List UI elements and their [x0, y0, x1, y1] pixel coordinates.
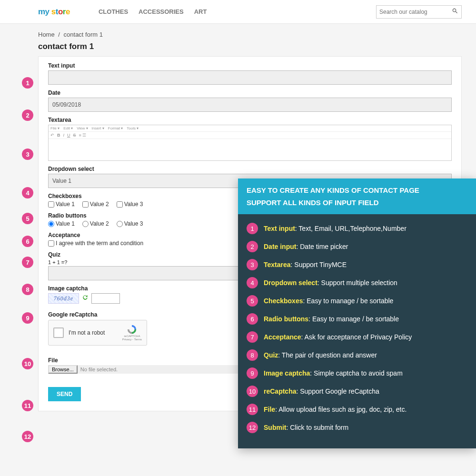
search-icon[interactable]	[452, 8, 458, 16]
annotation-pin-7: 7	[22, 257, 33, 268]
label-text-input: Text input	[48, 62, 452, 69]
annotation-pin-12: 12	[22, 431, 33, 442]
annotation-pin-11: 11	[22, 400, 33, 411]
breadcrumb-current: contact form 1	[64, 31, 103, 38]
annotation-pin-1: 1	[22, 77, 33, 89]
overlay-row: 7Acceptance: Ask for acceptance of Priva…	[247, 331, 467, 343]
overlay-num: 9	[247, 367, 258, 379]
annotation-pin-4: 4	[22, 187, 33, 198]
overlay-row: 12Submit: Click to submit form	[247, 422, 467, 433]
label-date: Date	[48, 89, 452, 96]
recaptcha-logo: reCAPTCHAPrivacy - Terms	[122, 324, 142, 341]
overlay-num: 7	[247, 331, 258, 343]
send-button[interactable]: SEND	[48, 387, 81, 401]
breadcrumb-home[interactable]: Home	[38, 31, 55, 38]
logo[interactable]: my store	[38, 7, 70, 17]
annotation-pin-10: 10	[22, 358, 33, 369]
overlay-num: 12	[247, 422, 258, 433]
radio-2[interactable]: Value 2	[82, 220, 109, 227]
overlay-row: 5Checkboxes: Easy to manage / be sortabl…	[247, 295, 467, 307]
overlay-num: 6	[247, 313, 258, 325]
recaptcha-checkbox[interactable]	[53, 327, 64, 338]
breadcrumb: Home / contact form 1	[0, 24, 476, 42]
overlay-num: 5	[247, 295, 258, 307]
nav-art[interactable]: ART	[194, 8, 207, 15]
page-title: contact form 1	[0, 42, 476, 56]
annotation-pin-6: 6	[22, 236, 33, 247]
overlay-row: 3Textarea: Support TinyMCE	[247, 259, 467, 270]
radio-1[interactable]: Value 1	[48, 220, 75, 227]
file-status: No file selected.	[80, 367, 118, 372]
nav-accessories[interactable]: ACCESSORIES	[139, 8, 184, 15]
overlay-row: 8Quiz: The pair of question and answer	[247, 349, 467, 361]
annotation-pin-2: 2	[22, 109, 33, 121]
browse-button[interactable]: Browse...	[48, 365, 78, 374]
checkbox-3[interactable]: Value 3	[117, 201, 143, 208]
text-input[interactable]	[48, 70, 452, 85]
checkbox-1[interactable]: Value 1	[48, 201, 75, 208]
overlay-row: 4Dropdown select: Support multiple selec…	[247, 277, 467, 288]
overlay-row: 1Text input: Text, Email, URL,Telephone,…	[247, 223, 467, 234]
overlay-row: 2Date input: Date time picker	[247, 241, 467, 252]
captcha-image: 760d3e	[48, 293, 79, 304]
checkbox-2[interactable]: Value 2	[82, 201, 109, 208]
date-input[interactable]	[48, 98, 452, 112]
radio-3[interactable]: Value 3	[117, 220, 143, 227]
overlay-num: 4	[247, 277, 258, 288]
label-dropdown: Dropdown select	[48, 166, 452, 172]
annotation-pin-3: 3	[22, 149, 33, 160]
overlay-row: 10reCaptcha: Support Google reCaptcha	[247, 386, 467, 397]
textarea-editor[interactable]: File ▾Edit ▾View ▾Insert ▾Format ▾Tools …	[48, 125, 452, 161]
overlay-num: 3	[247, 259, 258, 270]
annotation-pin-8: 8	[22, 284, 33, 295]
overlay-header: EASY TO CREATE ANY KINDS OF CONTACT PAGE…	[238, 178, 476, 214]
refresh-icon[interactable]	[82, 294, 89, 303]
overlay-num: 8	[247, 349, 258, 361]
header: my store CLOTHES ACCESSORIES ART	[0, 0, 476, 24]
annotation-pin-9: 9	[22, 312, 33, 324]
annotation-pin-5: 5	[22, 213, 33, 224]
overlay-row: 9Image captcha: Simple captcha to avoid …	[247, 367, 467, 379]
overlay-num: 11	[247, 404, 258, 415]
search-box[interactable]	[376, 5, 462, 19]
captcha-input[interactable]	[91, 293, 120, 304]
nav-clothes[interactable]: CLOTHES	[99, 8, 128, 15]
label-textarea: Textarea	[48, 117, 452, 123]
overlay-num: 2	[247, 241, 258, 252]
overlay-num: 1	[247, 223, 258, 234]
overlay-row: 11File: Allow upload files such as jpg, …	[247, 404, 467, 415]
overlay-row: 6Radio buttons: Easy to manage / be sort…	[247, 313, 467, 325]
feature-overlay: EASY TO CREATE ANY KINDS OF CONTACT PAGE…	[238, 178, 476, 448]
search-input[interactable]	[379, 9, 452, 15]
not-robot-text: I'm not a robot	[69, 329, 118, 336]
recaptcha-widget[interactable]: I'm not a robot reCAPTCHAPrivacy - Terms	[48, 320, 147, 346]
editor-toolbar[interactable]: ↶ B I U S ≡ ☰	[49, 132, 451, 139]
editor-menu[interactable]: File ▾Edit ▾View ▾Insert ▾Format ▾Tools …	[49, 125, 451, 132]
overlay-num: 10	[247, 386, 258, 397]
main-nav: CLOTHES ACCESSORIES ART	[99, 8, 376, 15]
